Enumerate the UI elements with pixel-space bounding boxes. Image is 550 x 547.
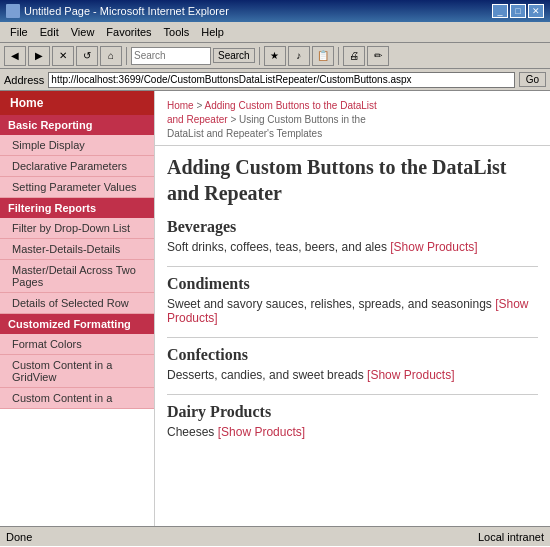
category-condiments: Condiments Sweet and savory sauces, reli…	[167, 275, 538, 325]
menu-tools[interactable]: Tools	[158, 24, 196, 40]
history-button[interactable]: 📋	[312, 46, 334, 66]
sidebar-item-filter-by-drop-down-list[interactable]: Filter by Drop-Down List	[0, 218, 154, 239]
address-label: Address	[4, 74, 44, 86]
forward-button[interactable]: ▶	[28, 46, 50, 66]
category-confections: Confections Desserts, candies, and sweet…	[167, 346, 538, 382]
breadcrumb-sep2: >	[228, 114, 239, 125]
show-products-confections[interactable]: [Show Products]	[367, 368, 454, 382]
divider-3	[167, 394, 538, 395]
show-products-beverages[interactable]: [Show Products]	[390, 240, 477, 254]
sidebar: Home Basic Reporting Simple Display Decl…	[0, 91, 155, 526]
edit-button[interactable]: ✏	[367, 46, 389, 66]
home-button[interactable]: ⌂	[100, 46, 122, 66]
refresh-button[interactable]: ↺	[76, 46, 98, 66]
search-button[interactable]: Search	[213, 48, 255, 63]
show-products-dairy-products[interactable]: [Show Products]	[218, 425, 305, 439]
sidebar-home[interactable]: Home	[0, 91, 154, 115]
page-main-title: Adding Custom Buttons to the DataList an…	[167, 154, 538, 206]
category-desc-dairy-products: Cheeses [Show Products]	[167, 425, 538, 439]
menu-favorites[interactable]: Favorites	[100, 24, 157, 40]
status-bar: Done Local intranet	[0, 526, 550, 546]
sidebar-item-master-detail-across-two-pages[interactable]: Master/Detail Across Two Pages	[0, 260, 154, 293]
sidebar-item-master-details-details[interactable]: Master-Details-Details	[0, 239, 154, 260]
sidebar-section-customized-formatting: Customized Formatting	[0, 314, 154, 334]
category-desc-confections: Desserts, candies, and sweet breads [Sho…	[167, 368, 538, 382]
address-bar: Address Go	[0, 69, 550, 91]
stop-button[interactable]: ✕	[52, 46, 74, 66]
breadcrumb: Home > Adding Custom Buttons to the Data…	[167, 99, 387, 141]
go-button[interactable]: Go	[519, 72, 546, 87]
category-desc-beverages: Soft drinks, coffees, teas, beers, and a…	[167, 240, 538, 254]
search-input[interactable]	[131, 47, 211, 65]
toolbar: ◀ ▶ ✕ ↺ ⌂ Search ★ ♪ 📋 🖨 ✏	[0, 43, 550, 69]
sidebar-item-custom-content-2[interactable]: Custom Content in a	[0, 388, 154, 409]
print-button[interactable]: 🖨	[343, 46, 365, 66]
media-button[interactable]: ♪	[288, 46, 310, 66]
page-area: Home Basic Reporting Simple Display Decl…	[0, 91, 550, 526]
sidebar-item-format-colors[interactable]: Format Colors	[0, 334, 154, 355]
toolbar-separator3	[338, 47, 339, 65]
status-text: Done	[6, 531, 32, 543]
sidebar-section-basic-reporting: Basic Reporting	[0, 115, 154, 135]
maximize-button[interactable]: □	[510, 4, 526, 18]
status-left: Done	[6, 531, 32, 543]
breadcrumb-sep1: >	[194, 100, 205, 111]
category-desc-text-dairy-products: Cheeses	[167, 425, 218, 439]
category-dairy-products: Dairy Products Cheeses [Show Products]	[167, 403, 538, 439]
menu-bar: File Edit View Favorites Tools Help	[0, 22, 550, 43]
category-desc-text-confections: Desserts, candies, and sweet breads	[167, 368, 367, 382]
back-button[interactable]: ◀	[4, 46, 26, 66]
menu-view[interactable]: View	[65, 24, 101, 40]
ie-icon	[6, 4, 20, 18]
address-input[interactable]	[48, 72, 514, 88]
toolbar-separator1	[126, 47, 127, 65]
category-title-confections: Confections	[167, 346, 538, 364]
sidebar-item-details-of-selected-row[interactable]: Details of Selected Row	[0, 293, 154, 314]
close-button[interactable]: ✕	[528, 4, 544, 18]
sidebar-item-setting-parameter-values[interactable]: Setting Parameter Values	[0, 177, 154, 198]
category-desc-text-beverages: Soft drinks, coffees, teas, beers, and a…	[167, 240, 390, 254]
category-desc-text-condiments: Sweet and savory sauces, relishes, sprea…	[167, 297, 495, 311]
category-beverages: Beverages Soft drinks, coffees, teas, be…	[167, 218, 538, 254]
main-content: Home > Adding Custom Buttons to the Data…	[155, 91, 550, 526]
sidebar-item-declarative-parameters[interactable]: Declarative Parameters	[0, 156, 154, 177]
status-right: Local intranet	[478, 531, 544, 543]
favorites-button[interactable]: ★	[264, 46, 286, 66]
window-title: Untitled Page - Microsoft Internet Explo…	[24, 5, 229, 17]
search-area: Search	[131, 47, 255, 65]
category-title-dairy-products: Dairy Products	[167, 403, 538, 421]
menu-help[interactable]: Help	[195, 24, 230, 40]
sidebar-item-simple-display[interactable]: Simple Display	[0, 135, 154, 156]
breadcrumb-home[interactable]: Home	[167, 100, 194, 111]
divider-1	[167, 266, 538, 267]
sidebar-item-custom-content-gridview[interactable]: Custom Content in a GridView	[0, 355, 154, 388]
category-desc-condiments: Sweet and savory sauces, relishes, sprea…	[167, 297, 538, 325]
toolbar-separator2	[259, 47, 260, 65]
category-title-beverages: Beverages	[167, 218, 538, 236]
menu-edit[interactable]: Edit	[34, 24, 65, 40]
page-header: Home > Adding Custom Buttons to the Data…	[155, 91, 550, 146]
window-controls: _ □ ✕	[492, 4, 544, 18]
divider-2	[167, 337, 538, 338]
menu-file[interactable]: File	[4, 24, 34, 40]
minimize-button[interactable]: _	[492, 4, 508, 18]
title-bar: Untitled Page - Microsoft Internet Explo…	[0, 0, 550, 22]
sidebar-section-filtering-reports: Filtering Reports	[0, 198, 154, 218]
category-title-condiments: Condiments	[167, 275, 538, 293]
page-body: Adding Custom Buttons to the DataList an…	[155, 146, 550, 459]
